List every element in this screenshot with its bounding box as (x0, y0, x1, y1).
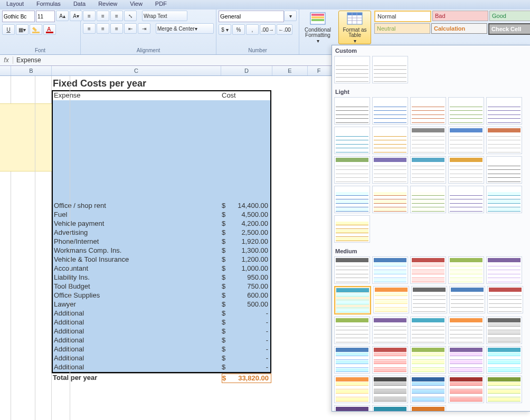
conditional-formatting-button[interactable]: Conditional Formatting▾ (301, 11, 334, 44)
table-style-thumb[interactable] (486, 376, 522, 403)
table-style-thumb[interactable] (486, 156, 522, 184)
font-color-icon[interactable]: A (43, 24, 56, 35)
decrease-decimal-icon[interactable]: ←.00 (277, 24, 292, 35)
table-style-thumb[interactable] (486, 127, 522, 154)
number-format-dropdown-icon[interactable]: ▾ (284, 11, 297, 21)
percent-format-icon[interactable]: % (232, 24, 245, 35)
align-right-icon[interactable]: ≡ (110, 23, 123, 34)
style-calculation[interactable]: Calculation (431, 23, 487, 34)
table-row[interactable]: Additional$- (53, 354, 270, 363)
table-row[interactable]: Additional$- (53, 363, 270, 372)
format-as-table-button[interactable]: Format as Table▾ (338, 11, 371, 44)
table-style-thumb[interactable] (448, 97, 484, 125)
table-style-thumb[interactable] (448, 156, 484, 184)
table-row[interactable]: Vehicle payment$4,200.00 (53, 219, 270, 228)
table-row[interactable]: Tool Budget$750.00 (53, 282, 270, 291)
style-check-cell[interactable]: Check Cell (488, 23, 530, 35)
table-row[interactable]: Advertising$2,500.00 (53, 228, 270, 237)
table-style-thumb[interactable] (334, 346, 370, 374)
wrap-text-button[interactable]: Wrap Text (142, 11, 187, 21)
style-bad[interactable]: Bad (432, 11, 488, 21)
table-style-thumb[interactable] (410, 376, 446, 403)
table-style-thumb[interactable] (372, 127, 408, 154)
table-style-thumb[interactable] (334, 376, 370, 403)
fx-icon[interactable]: fx (0, 56, 13, 64)
table-style-thumb[interactable] (448, 186, 484, 213)
table-row[interactable]: Additional$- (53, 345, 270, 354)
table-style-thumb[interactable] (334, 317, 370, 344)
table-style-thumb[interactable] (372, 346, 408, 374)
col-header-c[interactable]: C (52, 66, 221, 75)
table-row[interactable]: Phone/Internet$1,920.00 (53, 237, 270, 246)
comma-format-icon[interactable]: , (246, 24, 259, 35)
table-style-thumb[interactable] (372, 405, 408, 412)
col-header-b[interactable]: B (11, 66, 52, 75)
table-style-thumb[interactable] (334, 156, 370, 184)
table-style-thumb[interactable] (449, 286, 485, 313)
table-style-thumb[interactable] (372, 56, 408, 83)
table-style-thumb[interactable] (334, 56, 370, 83)
align-top-icon[interactable]: ≡ (83, 11, 96, 21)
table-style-thumb[interactable] (372, 376, 408, 403)
table-style-gallery[interactable]: Custom Light Medium Dark New Table Style… (332, 45, 530, 412)
table-style-thumb[interactable] (486, 186, 522, 213)
align-left-icon[interactable]: ≡ (83, 23, 96, 34)
table-style-thumb[interactable] (487, 286, 523, 313)
tab-formulas[interactable]: Formulas (30, 0, 67, 9)
table-style-thumb[interactable] (486, 346, 522, 374)
table-style-thumb[interactable] (448, 317, 484, 344)
table-style-thumb[interactable] (486, 97, 522, 125)
style-neutral[interactable]: Neutral (374, 23, 430, 34)
font-size-input[interactable] (36, 11, 55, 22)
increase-font-icon[interactable]: A▴ (56, 11, 69, 21)
merge-center-button[interactable]: Merge & Center ▾ (156, 23, 214, 34)
table-style-thumb[interactable] (448, 256, 484, 284)
tab-pdf[interactable]: PDF (149, 0, 173, 9)
number-format-select[interactable] (219, 11, 284, 22)
table-style-thumb[interactable] (410, 317, 446, 344)
table-style-thumb[interactable] (372, 156, 408, 184)
table-row[interactable]: Additional$- (53, 336, 270, 345)
table-style-thumb[interactable] (334, 127, 370, 154)
accounting-format-icon[interactable]: $ ▾ (219, 24, 231, 35)
table-style-thumb[interactable] (410, 256, 446, 284)
align-middle-icon[interactable]: ≡ (97, 11, 109, 21)
table-style-thumb[interactable] (334, 97, 370, 125)
tab-data[interactable]: Data (67, 0, 92, 9)
tab-view[interactable]: View (124, 0, 149, 9)
border-icon[interactable]: ▦▾ (16, 24, 29, 35)
table-row[interactable]: Office Supplies$600.00 (53, 291, 270, 300)
data-table[interactable]: Expense Cost Office / shop rent$14,400.0… (52, 90, 271, 373)
style-normal[interactable]: Normal (374, 11, 431, 22)
tab-layout[interactable]: Layout (0, 0, 30, 9)
table-style-thumb[interactable] (334, 215, 370, 243)
table-row[interactable]: Liability Ins.$950.00 (53, 273, 270, 282)
table-style-thumb[interactable] (334, 186, 370, 213)
font-name-input[interactable] (2, 11, 35, 22)
decrease-indent-icon[interactable]: ⇤ (124, 23, 137, 34)
table-style-thumb[interactable] (410, 186, 446, 213)
col-header-f[interactable]: F (308, 66, 330, 75)
orientation-icon[interactable]: ⤡ (124, 11, 137, 21)
table-row[interactable]: Fuel$4,500.00 (53, 211, 270, 219)
table-style-thumb[interactable] (411, 286, 447, 313)
align-bottom-icon[interactable]: ≡ (110, 11, 123, 21)
align-center-icon[interactable]: ≡ (97, 23, 109, 34)
table-style-thumb[interactable] (410, 405, 446, 412)
table-style-thumb[interactable] (448, 127, 484, 154)
table-style-thumb[interactable] (372, 256, 408, 284)
table-row[interactable]: Additional$- (53, 327, 270, 336)
col-header-d[interactable]: D (221, 66, 272, 75)
table-row[interactable]: Accountant$1,000.00 (53, 264, 270, 273)
table-style-thumb[interactable] (372, 317, 408, 344)
table-style-thumb[interactable] (486, 317, 522, 344)
table-style-thumb[interactable] (448, 346, 484, 374)
table-row[interactable]: Additional$- (53, 309, 270, 318)
style-good[interactable]: Good (489, 11, 530, 21)
table-row[interactable]: Vehicle & Tool Insurance$1,200.00 (53, 255, 270, 264)
table-style-thumb[interactable] (410, 346, 446, 374)
table-style-thumb[interactable] (410, 156, 446, 184)
table-row[interactable]: Workmans Comp. Ins.$1,300.00 (53, 246, 270, 255)
col-header-e[interactable]: E (272, 66, 308, 75)
table-style-thumb[interactable] (410, 97, 446, 125)
